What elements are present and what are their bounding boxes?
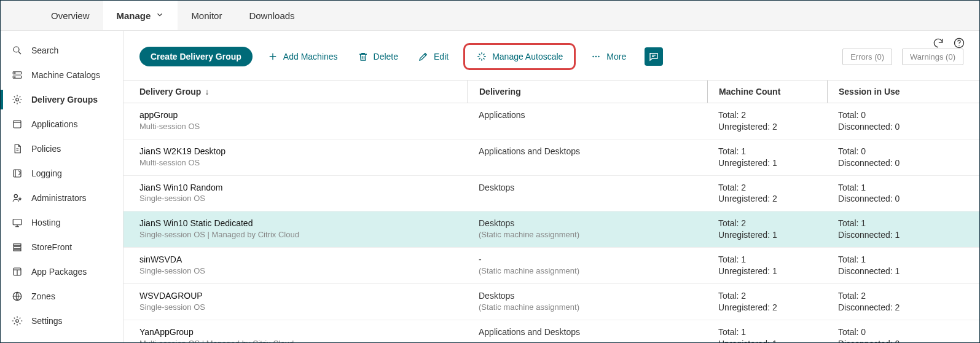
dg-subtitle: Single-session OS bbox=[139, 302, 457, 313]
dg-subtitle: Single-session OS bbox=[139, 266, 457, 277]
dg-name: YanAppGroup bbox=[139, 326, 457, 338]
more-button[interactable]: More bbox=[586, 47, 631, 66]
tab-monitor[interactable]: Monitor bbox=[178, 1, 235, 30]
sidebar-item-hosting[interactable]: Hosting bbox=[1, 210, 123, 235]
mc-total: Total: 1 bbox=[718, 146, 816, 157]
tab-overview-label: Overview bbox=[51, 10, 90, 21]
delivering-value: Applications bbox=[479, 109, 696, 121]
session-total: Total: 1 bbox=[838, 254, 951, 266]
sidebar-item-policies[interactable]: Policies bbox=[1, 136, 123, 161]
table-row[interactable]: JianS W2K19 DesktopMulti-session OSAppli… bbox=[123, 140, 979, 176]
apps-icon bbox=[12, 119, 23, 130]
sidebar-item-label: Search bbox=[31, 45, 58, 55]
table-row[interactable]: WSVDAGROUPSingle-session OSDesktops(Stat… bbox=[123, 284, 979, 320]
delivery-groups-table: Delivery Group↓ Delivering Machine Count… bbox=[123, 80, 979, 342]
dg-name: sinWSVDA bbox=[139, 254, 457, 266]
sort-arrow-icon: ↓ bbox=[205, 87, 209, 97]
tab-monitor-label: Monitor bbox=[191, 10, 222, 21]
col-delivering-label: Delivering bbox=[479, 87, 521, 97]
policies-icon bbox=[12, 143, 23, 154]
col-session[interactable]: Session in Use bbox=[827, 81, 962, 103]
mc-total: Total: 2 bbox=[718, 218, 816, 229]
sidebar-item-administrators[interactable]: Administrators bbox=[1, 186, 123, 210]
svg-point-19 bbox=[593, 56, 594, 57]
dg-name: JianS W2K19 Desktop bbox=[139, 146, 457, 157]
delete-button[interactable]: Delete bbox=[353, 47, 403, 66]
table-row[interactable]: YanAppGroupMulti-session OS | Managed by… bbox=[123, 320, 979, 342]
col-session-label: Session in Use bbox=[839, 87, 900, 97]
mc-unreg: Unregistered: 1 bbox=[718, 338, 816, 342]
session-disc: Disconnected: 0 bbox=[838, 121, 951, 133]
logging-icon bbox=[12, 168, 23, 179]
sidebar-item-storefront[interactable]: StoreFront bbox=[1, 235, 123, 259]
search-icon bbox=[12, 45, 23, 56]
session-total: Total: 0 bbox=[838, 146, 951, 157]
sidebar-item-label: Machine Catalogs bbox=[31, 70, 100, 80]
mc-total: Total: 2 bbox=[718, 290, 816, 302]
mc-unreg: Unregistered: 1 bbox=[718, 157, 816, 169]
sidebar-item-app-packages[interactable]: App Packages bbox=[1, 259, 123, 284]
dg-subtitle: Multi-session OS bbox=[139, 121, 457, 132]
table-row[interactable]: sinWSVDASingle-session OS-(Static machin… bbox=[123, 248, 979, 284]
sidebar-item-search[interactable]: Search bbox=[1, 38, 123, 63]
sidebar-item-zones[interactable]: Zones bbox=[1, 284, 123, 309]
svg-point-6 bbox=[15, 77, 15, 77]
tab-manage[interactable]: Manage bbox=[103, 1, 178, 30]
toolbar: Create Delivery Group Add Machines Delet… bbox=[123, 31, 979, 80]
sidebar-item-label: Hosting bbox=[31, 218, 60, 227]
edit-button[interactable]: Edit bbox=[413, 47, 453, 66]
col-machine-count[interactable]: Machine Count bbox=[707, 81, 827, 103]
col-delivery-group[interactable]: Delivery Group↓ bbox=[123, 81, 468, 103]
delivering-value: Desktops bbox=[479, 290, 696, 302]
sidebar-item-label: Applications bbox=[31, 119, 78, 129]
sidebar-item-settings[interactable]: Settings bbox=[1, 309, 123, 333]
session-total: Total: 1 bbox=[838, 182, 951, 194]
delivering-value: Applications and Desktops bbox=[479, 326, 696, 338]
delivering-sub: (Static machine assignment) bbox=[479, 302, 696, 313]
dg-name: JianS Win10 Static Dedicated bbox=[139, 218, 457, 229]
sidebar-item-delivery-groups[interactable]: Delivery Groups bbox=[1, 87, 123, 112]
pencil-icon bbox=[418, 51, 429, 62]
errors-pill[interactable]: Errors (0) bbox=[842, 49, 892, 65]
svg-point-7 bbox=[16, 98, 19, 101]
session-total: Total: 1 bbox=[838, 218, 951, 229]
warnings-label: Warnings (0) bbox=[910, 52, 955, 61]
mc-unreg: Unregistered: 2 bbox=[718, 121, 816, 133]
settings-icon bbox=[12, 315, 23, 326]
create-delivery-group-button[interactable]: Create Delivery Group bbox=[139, 47, 253, 66]
dg-name: JianS Win10 Random bbox=[139, 182, 457, 194]
more-label: More bbox=[606, 52, 626, 61]
sidebar-item-logging[interactable]: Logging bbox=[1, 161, 123, 186]
packages-icon bbox=[12, 266, 23, 277]
tab-downloads[interactable]: Downloads bbox=[235, 1, 308, 30]
feedback-button[interactable] bbox=[645, 47, 663, 66]
sidebar-item-label: Administrators bbox=[31, 193, 86, 203]
hosting-icon bbox=[12, 217, 23, 228]
refresh-icon[interactable] bbox=[932, 37, 944, 51]
delivering-value: - bbox=[479, 254, 696, 266]
session-total: Total: 0 bbox=[838, 109, 951, 121]
session-total: Total: 2 bbox=[838, 290, 951, 302]
delivering-value: Applications and Desktops bbox=[479, 146, 696, 157]
delivering-value: Desktops bbox=[479, 218, 696, 229]
sidebar-item-machine-catalogs[interactable]: Machine Catalogs bbox=[1, 63, 123, 87]
delivering-sub: (Static machine assignment) bbox=[479, 266, 696, 277]
session-disc: Disconnected: 0 bbox=[838, 193, 951, 205]
delivering-sub: (Static machine assignment) bbox=[479, 229, 696, 240]
mc-unreg: Unregistered: 2 bbox=[718, 193, 816, 205]
table-row[interactable]: JianS Win10 Static DedicatedSingle-sessi… bbox=[123, 211, 979, 248]
help-icon[interactable] bbox=[953, 37, 965, 51]
col-group-label: Delivery Group bbox=[139, 87, 201, 97]
col-delivering[interactable]: Delivering bbox=[468, 81, 707, 103]
add-machines-button[interactable]: Add Machines bbox=[262, 47, 343, 66]
tab-overview[interactable]: Overview bbox=[37, 1, 103, 30]
autoscale-icon bbox=[476, 51, 487, 62]
delivering-value: Desktops bbox=[479, 182, 696, 194]
session-total: Total: 0 bbox=[838, 326, 951, 338]
sidebar-item-applications[interactable]: Applications bbox=[1, 112, 123, 136]
manage-autoscale-button[interactable]: Manage Autoscale bbox=[471, 47, 568, 66]
session-disc: Disconnected: 0 bbox=[838, 338, 951, 342]
table-row[interactable]: appGroupMulti-session OSApplicationsTota… bbox=[123, 103, 979, 140]
dg-subtitle: Single-session OS | Managed by Citrix Cl… bbox=[139, 229, 457, 240]
table-row[interactable]: JianS Win10 RandomSingle-session OSDeskt… bbox=[123, 176, 979, 212]
